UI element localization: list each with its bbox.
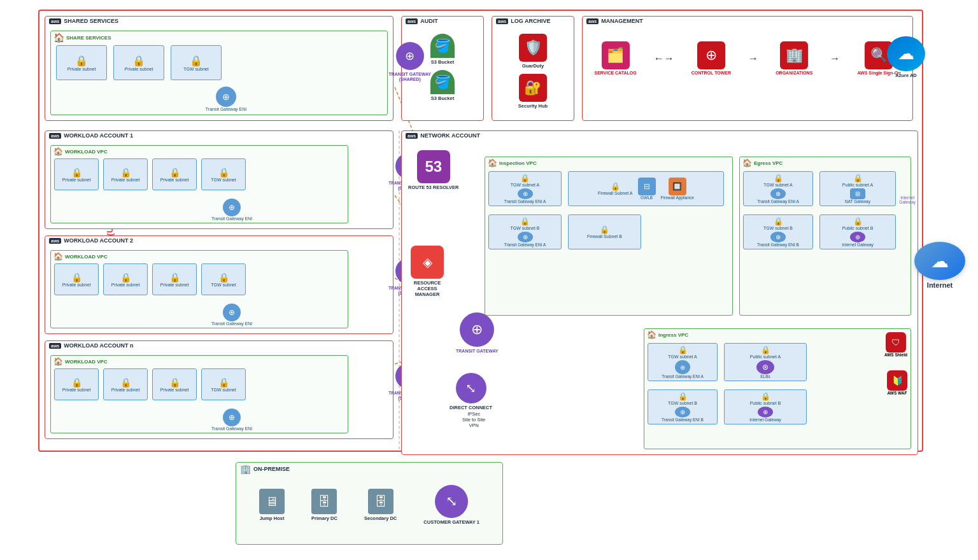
tgw-main-label: TRANSIT GATEWAY xyxy=(456,349,499,354)
wl1-header: aws WORKLOAD ACCOUNT 1 xyxy=(45,131,393,140)
secondary-dc: 🗄 Secondary DC xyxy=(364,489,397,521)
network-header: aws NETWORK ACCOUNT xyxy=(402,131,918,140)
egress-tgw-subnet-b: 🔒TGW subnet B ⊕ Transit Gateway ENI B xyxy=(743,214,813,249)
primary-dc: 🗄 Primary DC xyxy=(311,489,337,521)
ingress-vpc: 🏠 Ingress VPC 🔒TGW subnet A ⊕ Transit Ga… xyxy=(644,328,911,449)
wln-subnet-3: 🔒Private subnet xyxy=(152,368,197,400)
direct-connect: ⤡ DIRECT CONNECT xyxy=(450,373,492,410)
wln-vpc-label: WORKLOAD VPC xyxy=(65,359,108,365)
onpremise-header: 🏢 ON-PREMISE xyxy=(236,463,502,475)
transit-gateway-main: ⊕ TRANSIT GATEWAY xyxy=(456,312,499,354)
route53: 53 ROUTE 53 RESOLVER xyxy=(408,150,458,190)
subnet-private-2: 🔒 Private subnet xyxy=(113,45,164,80)
network-account-section: aws NETWORK ACCOUNT 53 ROUTE 53 RESOLVER… xyxy=(401,130,918,455)
wl2-vpc-label: WORKLOAD VPC xyxy=(65,254,108,260)
egress-tgw-subnet-a: 🔒TGW subnet A ⊕ Transit Gateway ENI A xyxy=(743,171,813,206)
main-canvas: AWS Landing Zone (Using Control Tower) xyxy=(0,0,978,560)
organizations: 🏢 ORGANIZATIONS xyxy=(776,41,812,75)
shared-services-title: SHARED SERVICES xyxy=(64,18,118,24)
inspection-tgw-subnet-b: 🔒TGW subnet B ⊕ Transit Gateway ENI A xyxy=(488,214,562,249)
wl2-vpc-header: 🏠 WORKLOAD VPC xyxy=(51,251,348,262)
share-services-vpc-label: SHARE SERVICES xyxy=(66,35,111,41)
azure-ad-label: Azure AD xyxy=(895,73,916,78)
wl2-subnet-1: 🔒Private subnet xyxy=(54,263,99,295)
management-section: aws MANAGEMENT 🗂️ SERVICE CATALOG ←→ ⊕ C… xyxy=(582,16,913,121)
ingress-public-subnet-a: 🔒Public subnet A ⊛ ELBs xyxy=(724,343,807,381)
internet-label: Internet xyxy=(927,281,953,289)
aws-waf: 🔰 AWS WAF xyxy=(887,370,907,395)
wln-subnet-1: 🔒Private subnet xyxy=(54,368,99,400)
management-title: MANAGEMENT xyxy=(601,18,643,24)
ram: ◈ RESOURCE ACCESSMANAGER xyxy=(408,246,446,297)
wl1-subnet-tgw: 🔒TGW subnet xyxy=(201,158,246,190)
shared-services-section: aws SHARED SERVICES 🏠 SHARE SERVICES 🔒 P… xyxy=(45,16,393,121)
wl1-vpc-header: 🏠 WORKLOAD VPC xyxy=(51,146,348,157)
ingress-tgw-subnet-b: 🔒TGW subnet B ⊕ Transit Gateway ENI B xyxy=(648,389,718,424)
egress-vpc-header: 🏠 Egress VPC xyxy=(740,157,911,169)
log-archive-header: aws LOG ARCHIVE xyxy=(492,17,574,25)
wln-title: WORKLOAD ACCOUNT n xyxy=(64,342,133,349)
wln-tgw-eni: ⊕ Transit Gateway ENI xyxy=(211,409,252,431)
s3-bucket-2: 🪣 S3 Bucket xyxy=(430,70,455,101)
aws-shield: 🛡 AWS Shield xyxy=(884,332,907,357)
service-catalog: 🗂️ SERVICE CATALOG xyxy=(595,41,637,75)
s3-bucket-1: 🪣 S3 Bucket xyxy=(430,34,455,65)
log-archive-title: LOG ARCHIVE xyxy=(511,18,550,24)
jump-host: 🖥 Jump Host xyxy=(259,489,285,521)
control-tower: ⊕ CONTROL TOWER xyxy=(691,41,731,75)
audit-title: AUDIT xyxy=(420,18,438,24)
workload-account-1: aws WORKLOAD ACCOUNT 1 🏠 WORKLOAD VPC 🔒P… xyxy=(45,130,393,229)
wl2-subnet-2: 🔒Private subnet xyxy=(103,263,148,295)
direct-connect-label: DIRECT CONNECT xyxy=(450,405,492,410)
onpremise-title: ON-PREMISE xyxy=(253,466,290,472)
tgw-eni-label: ⊕ Transit Gateway ENI xyxy=(204,87,248,111)
egress-vpc: 🏠 Egress VPC 🔒TGW subnet A ⊕ Transit Gat… xyxy=(739,157,911,316)
secondary-dc-label: Secondary DC xyxy=(364,515,397,521)
inspection-vpc-header: 🏠 Inspection VPC xyxy=(485,157,732,169)
ingress-vpc-header: 🏠 Ingress VPC xyxy=(644,329,911,340)
customer-gateway: ⤡ CUSTOMER GATEWAY 1 xyxy=(423,485,479,525)
customer-gateway-label: CUSTOMER GATEWAY 1 xyxy=(423,519,479,525)
jump-host-label: Jump Host xyxy=(260,515,285,521)
inspection-vpc: 🏠 Inspection VPC 🔒TGW subnet A ⊕ Transit… xyxy=(485,157,733,316)
wln-subnet-tgw: 🔒TGW subnet xyxy=(201,368,246,400)
workload-account-n: aws WORKLOAD ACCOUNT n 🏠 WORKLOAD VPC 🔒P… xyxy=(45,340,393,439)
primary-dc-label: Primary DC xyxy=(311,515,337,521)
guardduty: 🛡️ GuarDuty xyxy=(519,34,547,69)
subnet-private-1: 🔒 Private subnet xyxy=(56,45,107,80)
wl2-title: WORKLOAD ACCOUNT 2 xyxy=(64,237,133,244)
ipsec-label: IPSecSite to SiteVPN xyxy=(462,411,485,428)
log-archive-aws-badge: aws xyxy=(496,18,508,24)
egress-public-subnet-b: 🔒Public subnet B ⊕ Internet Gateway xyxy=(819,214,896,249)
audit-aws-badge: aws xyxy=(406,18,418,24)
tgw-shared-1: ⊕ TRANSIT GATEWAY(SHARED) xyxy=(388,42,431,83)
subnet-tgw: 🔒 TGW subnet xyxy=(171,45,222,80)
ingress-public-subnet-b: 🔒Public subnet B ⊕ Internet Gateway xyxy=(724,389,807,424)
security-hub: 🔐 Security Hub xyxy=(518,74,548,109)
wl2-subnet-tgw: 🔒TGW subnet xyxy=(201,263,246,295)
inspection-tgw-subnet-a: 🔒TGW subnet A ⊕ Transit Gateway ENI A xyxy=(488,171,562,206)
ingress-tgw-subnet-a: 🔒TGW subnet A ⊕ Transit Gateway ENI A xyxy=(648,343,718,381)
wl1-subnet-2: 🔒Private subnet xyxy=(103,158,148,190)
wl1-tgw-eni: ⊕ Transit Gateway ENI xyxy=(211,199,252,221)
landing-zone: AWS Landing Zone (Using Control Tower) xyxy=(38,10,923,452)
inspection-firewall-subnet-a: 🔒Firewall Subnet A ⊟ GWLB 🔲 Firewall App… xyxy=(568,171,724,206)
wl1-subnet-3: 🔒Private subnet xyxy=(152,158,197,190)
wln-vpc-header: 🏠 WORKLOAD VPC xyxy=(51,356,348,367)
egress-internet-gateway-badge: InternetGateway xyxy=(899,195,916,204)
workload-account-2: aws WORKLOAD ACCOUNT 2 🏠 WORKLOAD VPC 🔒P… xyxy=(45,235,393,334)
wl2-subnet-3: 🔒Private subnet xyxy=(152,263,197,295)
aws-badge: aws xyxy=(49,18,61,24)
route53-label: ROUTE 53 RESOLVER xyxy=(408,185,458,190)
egress-public-subnet-a: 🔒Public subnet A ⊞ NAT Gateway xyxy=(819,171,896,206)
audit-header: aws AUDIT xyxy=(402,17,483,25)
wl1-vpc-label: WORKLOAD VPC xyxy=(65,149,108,155)
azure-ad: ☁ Azure AD xyxy=(887,36,925,78)
onpremise-section: 🏢 ON-PREMISE 🖥 Jump Host 🗄 Primary DC 🗄 … xyxy=(236,462,503,545)
mgmt-aws-badge: aws xyxy=(586,18,599,24)
wl1-subnet-1: 🔒Private subnet xyxy=(54,158,99,190)
inspection-firewall-subnet-b: 🔒Firewall Subnet B xyxy=(568,214,641,249)
management-header: aws MANAGEMENT xyxy=(583,17,912,25)
wln-subnet-2: 🔒Private subnet xyxy=(103,368,148,400)
network-title: NETWORK ACCOUNT xyxy=(420,132,480,139)
